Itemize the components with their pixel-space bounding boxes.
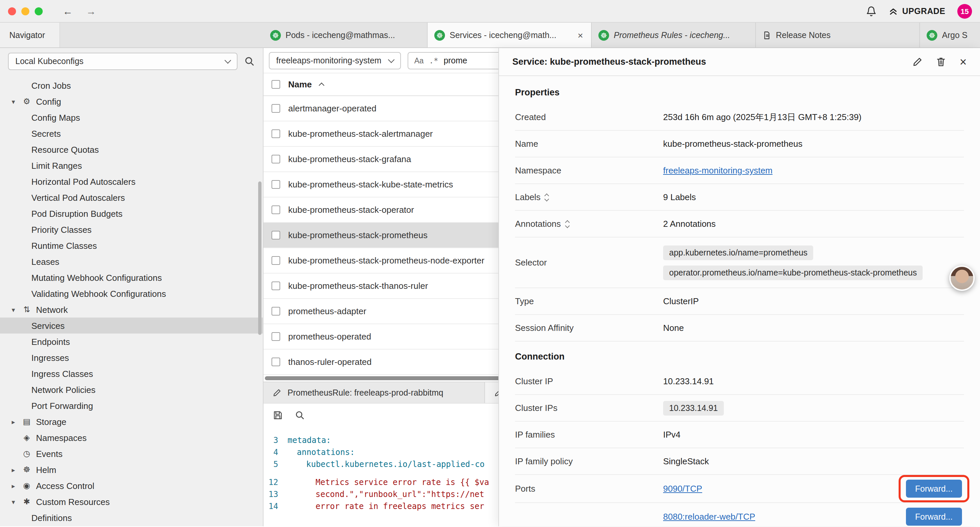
sidebar-item-horizontal-pod-autoscalers[interactable]: Horizontal Pod Autoscalers xyxy=(0,174,263,189)
name-column-header[interactable]: Name xyxy=(288,80,312,89)
port-link-8080-reloader-web-tcp[interactable]: 8080:reloader-web/TCP xyxy=(663,512,755,522)
editor-search-button[interactable] xyxy=(295,410,305,420)
sidebar-item-storage[interactable]: ▸▤Storage xyxy=(0,414,263,430)
match-case-toggle[interactable]: Aa xyxy=(414,56,424,64)
tab-prometheus-rules-icecheng[interactable]: ☸Prometheus Rules - icecheng... xyxy=(592,23,756,47)
sidebar-item-secrets[interactable]: Secrets xyxy=(0,126,263,142)
sort-ascending-icon[interactable] xyxy=(319,83,325,88)
notification-count-badge[interactable]: 15 xyxy=(957,4,972,18)
sidebar-item-ingress-classes[interactable]: Ingress Classes xyxy=(0,366,263,382)
sidebar-item-events[interactable]: ◷Events xyxy=(0,446,263,462)
sidebar-item-resource-quotas[interactable]: Resource Quotas xyxy=(0,142,263,158)
notifications-bell-icon[interactable] xyxy=(866,6,877,16)
sidebar-item-priority-classes[interactable]: Priority Classes xyxy=(0,221,263,237)
sidebar-item-runtime-classes[interactable]: Runtime Classes xyxy=(0,237,263,253)
kubeconfig-select[interactable]: Local Kubeconfigs xyxy=(8,53,237,70)
detail-label: Ports xyxy=(515,484,663,494)
edit-resource-button[interactable] xyxy=(913,57,923,67)
sidebar-item-helm[interactable]: ▸☸Helm xyxy=(0,462,263,478)
sidebar-item-access-control[interactable]: ▸◉Access Control xyxy=(0,478,263,494)
row-checkbox[interactable] xyxy=(272,205,280,214)
sidebar-item-config[interactable]: ▾⚙Config xyxy=(0,93,263,110)
sidebar-search-icon[interactable] xyxy=(244,56,255,67)
tab-argo-s[interactable]: ☸Argo S xyxy=(920,23,980,47)
detail-value: SingleStack xyxy=(663,456,964,466)
sidebar-item-limit-ranges[interactable]: Limit Ranges xyxy=(0,158,263,174)
detail-drawer: Service: kube-prometheus-stack-prometheu… xyxy=(498,48,980,526)
tab-close-icon[interactable]: × xyxy=(576,30,584,40)
tab-pods-icecheng-mathmas[interactable]: ☸Pods - icecheng@mathmas... xyxy=(264,23,428,47)
port-link-9090-tcp[interactable]: 9090/TCP xyxy=(663,484,702,494)
save-button[interactable] xyxy=(273,410,283,420)
close-window-button[interactable] xyxy=(8,7,16,15)
detail-row-type: TypeClusterIP xyxy=(515,288,964,315)
expand-toggle-icon[interactable] xyxy=(546,194,549,201)
sidebar-item-vertical-pod-autoscalers[interactable]: Vertical Pod Autoscalers xyxy=(0,189,263,205)
row-checkbox[interactable] xyxy=(272,180,280,189)
sidebar-item-config-maps[interactable]: Config Maps xyxy=(0,110,263,126)
main-area: Local Kubeconfigs Cron Jobs▾⚙ConfigConfi… xyxy=(0,48,980,526)
tab-services-icecheng-math[interactable]: ☸Services - icecheng@math...× xyxy=(428,23,592,47)
detail-row-namespace: Namespacefreeleaps-monitoring-system xyxy=(515,158,964,184)
zoom-window-button[interactable] xyxy=(35,7,43,15)
forward-button[interactable]: → xyxy=(86,5,96,17)
sidebar-item-services[interactable]: Services xyxy=(0,318,263,334)
sidebar-item-mutating-webhook-configurations[interactable]: Mutating Webhook Configurations xyxy=(0,269,263,285)
namespace-link[interactable]: freeleaps-monitoring-system xyxy=(663,166,773,175)
sidebar-item-network[interactable]: ▾⇅Network xyxy=(0,301,263,318)
delete-resource-button[interactable] xyxy=(936,57,946,67)
resource-name: thanos-ruler-operated xyxy=(288,357,372,367)
sidebar-item-port-forwarding[interactable]: Port Forwarding xyxy=(0,398,263,414)
editor-tab-prometheusrule[interactable]: PrometheusRule: freeleaps-prod-rabbitmq xyxy=(264,382,485,403)
row-checkbox[interactable] xyxy=(272,256,280,265)
forward-button[interactable]: Forward... xyxy=(905,480,962,498)
row-checkbox[interactable] xyxy=(272,129,280,138)
kubeconfig-select-value: Local Kubeconfigs xyxy=(15,57,83,66)
sidebar-item-definitions[interactable]: Definitions xyxy=(0,509,263,525)
sidebar-item-ingresses[interactable]: Ingresses xyxy=(0,350,263,366)
expand-toggle-icon[interactable] xyxy=(565,220,569,227)
horizontal-scrollbar-thumb[interactable] xyxy=(265,376,525,380)
sidebar-item-leases[interactable]: Leases xyxy=(0,253,263,269)
row-checkbox[interactable] xyxy=(272,104,280,113)
code-text: Metrics service error rate is {{ $va xyxy=(288,476,489,488)
navigator-panel-tab[interactable]: Navigator xyxy=(0,23,60,47)
sidebar-item-validating-webhook-configurations[interactable]: Validating Webhook Configurations xyxy=(0,285,263,301)
back-button[interactable]: ← xyxy=(63,5,73,17)
kubernetes-cluster-icon: ☸ xyxy=(270,30,281,40)
sidebar-item-namespaces[interactable]: ◈Namespaces xyxy=(0,430,263,446)
sidebar-item-custom-resources[interactable]: ▾✱Custom Resources xyxy=(0,494,263,509)
detail-value: None xyxy=(663,323,964,333)
close-drawer-button[interactable]: × xyxy=(960,56,967,68)
history-nav: ← → xyxy=(63,5,96,17)
sidebar-scrollbar[interactable] xyxy=(258,182,261,335)
minimize-window-button[interactable] xyxy=(21,7,29,15)
selector-badge: operator.prometheus.io/name=kube-prometh… xyxy=(663,265,923,280)
select-all-checkbox[interactable] xyxy=(272,80,280,89)
row-checkbox[interactable] xyxy=(272,332,280,341)
forward-button[interactable]: Forward... xyxy=(905,508,962,525)
detail-value: IPv4 xyxy=(663,430,964,439)
tab-label: Prometheus Rules - icecheng... xyxy=(614,30,749,40)
row-checkbox[interactable] xyxy=(272,155,280,164)
user-avatar[interactable] xyxy=(949,266,975,291)
row-checkbox[interactable] xyxy=(272,282,280,290)
sidebar-item-endpoints[interactable]: Endpoints xyxy=(0,334,263,350)
sidebar-item-network-policies[interactable]: Network Policies xyxy=(0,382,263,398)
row-checkbox[interactable] xyxy=(272,307,280,315)
sidebar-item-cron-jobs[interactable]: Cron Jobs xyxy=(0,77,263,93)
row-checkbox[interactable] xyxy=(272,231,280,239)
detail-row-annotations: Annotations2 Annotations xyxy=(515,211,964,237)
detail-value: 9 Labels xyxy=(663,192,964,202)
sidebar-item-label: Vertical Pod Autoscalers xyxy=(31,193,125,202)
detail-row-cluster-ip: Cluster IP10.233.14.91 xyxy=(515,368,964,395)
row-checkbox[interactable] xyxy=(272,358,280,366)
sidebar-item-pod-disruption-budgets[interactable]: Pod Disruption Budgets xyxy=(0,205,263,221)
regex-toggle[interactable]: .* xyxy=(429,56,438,65)
namespace-select[interactable]: freeleaps-monitoring-system xyxy=(269,52,401,69)
tab-strip: ☸Pods - icecheng@mathmas...☸Services - i… xyxy=(264,23,980,47)
detail-label: Namespace xyxy=(515,166,663,175)
upgrade-icon xyxy=(889,6,898,16)
tab-release-notes[interactable]: Release Notes xyxy=(756,23,920,47)
upgrade-button[interactable]: UPGRADE xyxy=(889,6,945,16)
